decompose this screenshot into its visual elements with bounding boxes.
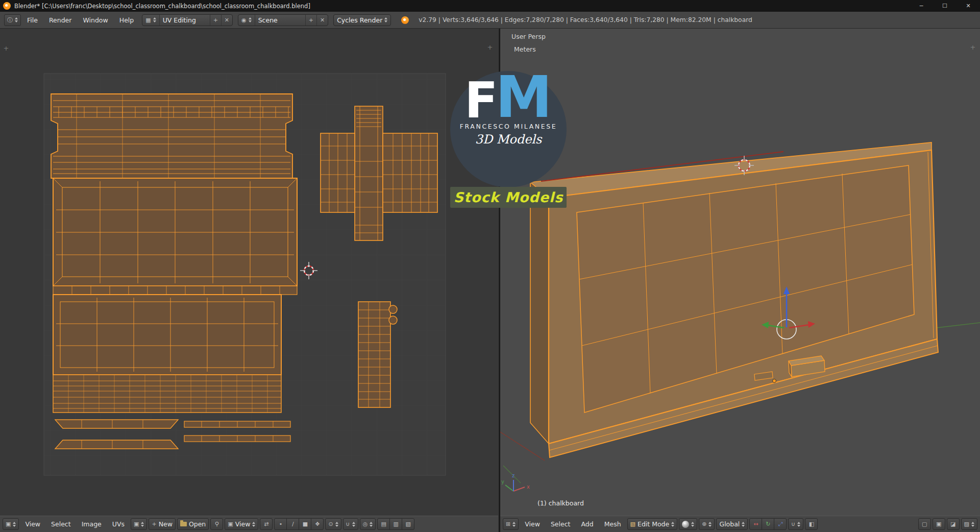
add-scene-button[interactable]: + [305, 15, 316, 26]
scene-selector[interactable]: ◉ Scene + ✕ [238, 14, 328, 26]
uv-face-mode-button[interactable]: ■ [299, 518, 311, 530]
updown-arrows-icon [335, 522, 338, 527]
viewport-render-cluster: ▢ ▣ ◪ ▨ [918, 518, 977, 530]
plus-icon: + [152, 521, 156, 527]
uv-draw-type-a-button[interactable]: ▤ [377, 518, 390, 530]
maximize-button[interactable]: ☐ [933, 0, 957, 12]
image-open-button[interactable]: Open [177, 518, 209, 530]
viewport-menu-mesh[interactable]: Mesh [600, 520, 626, 528]
viewport-3d-header: ⊞ View Select Add Mesh ▧ Edit Mode ⊕ Glo… [500, 516, 980, 532]
window-titlebar[interactable]: Blender* [C:\Users\franc\Desktop\school_… [0, 0, 980, 12]
viewport-menu-add[interactable]: Add [576, 520, 598, 528]
viewport-canvas[interactable]: x y z [500, 29, 980, 516]
manipulator-scale-button[interactable]: ⤢ [774, 518, 787, 530]
watermark-name: FRANCESCO MILANESE [460, 123, 557, 130]
updown-arrows-icon [370, 522, 373, 527]
watermark-tagline: 3D Models [475, 132, 542, 147]
uv-canvas[interactable] [0, 29, 498, 516]
translate-icon: ↔ [753, 521, 758, 527]
uv-edge-mode-button[interactable]: / [286, 518, 299, 530]
viewport-shading-dropdown[interactable] [679, 518, 697, 530]
proportional-icon: ◎ [363, 521, 368, 527]
screen-layout-selector[interactable]: ▦ UV Editing + ✕ [142, 14, 233, 26]
view-name-overlay: User Persp [511, 33, 546, 40]
orientation-selector[interactable]: Global [716, 518, 748, 530]
delete-scene-button[interactable]: ✕ [316, 15, 328, 26]
uv-menu-select[interactable]: Select [46, 520, 76, 528]
editor-type-button-info[interactable]: ⓘ [4, 14, 21, 26]
uv-menu-view[interactable]: View [20, 520, 45, 528]
editor-type-button-uv[interactable]: ▣ [3, 518, 19, 530]
uv-proportional-edit-dropdown[interactable]: ◎ [360, 518, 376, 530]
uv-island-mode-button[interactable]: ❖ [311, 518, 324, 530]
uv-vertex-mode-button[interactable]: • [274, 518, 287, 530]
updown-arrows-icon [141, 522, 144, 527]
uv-canvas-area[interactable]: + + [0, 29, 498, 516]
uv-menu-image[interactable]: Image [77, 520, 106, 528]
viewport-canvas-area[interactable]: x y z User Persp Meters (1) chalkboard + [500, 29, 980, 516]
uv-draw-type-c-button[interactable]: ▧ [402, 518, 414, 530]
info-header: ⓘ File Render Window Help ▦ UV Editing +… [0, 12, 980, 29]
minimize-button[interactable]: ─ [910, 0, 933, 12]
island-icon: ❖ [315, 521, 320, 527]
manipulator-rotate-button[interactable]: ↻ [762, 518, 774, 530]
render-option-c-button[interactable]: ◪ [947, 518, 960, 530]
uv-menu-uvs[interactable]: UVs [108, 520, 129, 528]
menu-render[interactable]: Render [44, 14, 77, 26]
object-origin-dot [773, 379, 776, 383]
axis-y-label: y [501, 479, 504, 485]
uv-sync-selection-button[interactable]: ⇄ [260, 518, 273, 530]
watermark-initial-f: F [464, 81, 498, 121]
image-browse-button[interactable]: ▣ [131, 518, 147, 530]
region-expand-arrow[interactable]: + [969, 43, 977, 51]
viewport-editor-icon: ⊞ [506, 521, 510, 527]
viewport-menu-select[interactable]: Select [546, 520, 575, 528]
uv-draw-type-b-button[interactable]: ▥ [389, 518, 402, 530]
uv-sticky-mode-dropdown[interactable]: ⊙ [325, 518, 341, 530]
scene-name[interactable]: Scene [258, 16, 302, 24]
viewport-menu-view[interactable]: View [520, 520, 545, 528]
delete-layout-button[interactable]: ✕ [221, 15, 232, 26]
image-pin-button[interactable]: ⚲ [210, 518, 223, 530]
editor-type-button-3d[interactable]: ⊞ [503, 518, 519, 530]
updown-arrows-icon [249, 17, 252, 22]
menu-help[interactable]: Help [114, 14, 139, 26]
close-button[interactable]: ✕ [957, 0, 980, 12]
updown-arrows-icon [384, 17, 387, 22]
uv-draw-type-group: ▤ ▥ ▧ [377, 518, 414, 530]
updown-arrows-icon [797, 522, 800, 527]
magnet-icon: ∪ [791, 521, 795, 527]
occlude-geometry-button[interactable]: ◧ [805, 518, 818, 530]
manipulator-group: ↔ ↻ ⤢ [749, 518, 787, 530]
scene-icon: ◉ [241, 17, 247, 23]
menu-file[interactable]: File [22, 14, 43, 26]
updown-arrows-icon [708, 522, 712, 527]
image-new-button[interactable]: + New [149, 518, 175, 530]
watermark-badge-circle: F M FRANCESCO MILANESE 3D Models [450, 71, 567, 187]
region-expand-arrow[interactable]: + [2, 44, 10, 52]
region-expand-arrow[interactable]: + [486, 43, 494, 51]
shading-sphere-icon [682, 521, 689, 528]
uv-editor-icon: ▣ [6, 521, 11, 527]
face-icon: ■ [303, 521, 308, 527]
render-option-b-button[interactable]: ▣ [933, 518, 945, 530]
mode-selector[interactable]: ▧ Edit Mode [627, 518, 678, 530]
menu-window[interactable]: Window [78, 14, 113, 26]
image-icon: ▣ [228, 521, 233, 527]
uv-view-dropdown[interactable]: ▣ View [225, 518, 258, 530]
manipulator-translate-button[interactable]: ↔ [749, 518, 762, 530]
magnet-icon: ∪ [346, 521, 350, 527]
axis-x-label: x [527, 484, 530, 490]
render-option-a-button[interactable]: ▢ [918, 518, 931, 530]
uv-snap-button[interactable]: ∪ [343, 518, 358, 530]
updown-arrows-icon [252, 522, 255, 527]
render-engine-selector[interactable]: Cycles Render [333, 14, 391, 26]
render-option-d-button[interactable]: ▨ [961, 518, 977, 530]
snap-button[interactable]: ∪ [788, 518, 803, 530]
updown-arrows-icon [742, 522, 745, 527]
render-engine-name: Cycles Render [337, 16, 382, 24]
screen-layout-name[interactable]: UV Editing [163, 16, 207, 24]
info-icon: ⓘ [7, 16, 13, 24]
add-layout-button[interactable]: + [210, 15, 221, 26]
pivot-center-dropdown[interactable]: ⊕ [699, 518, 715, 530]
